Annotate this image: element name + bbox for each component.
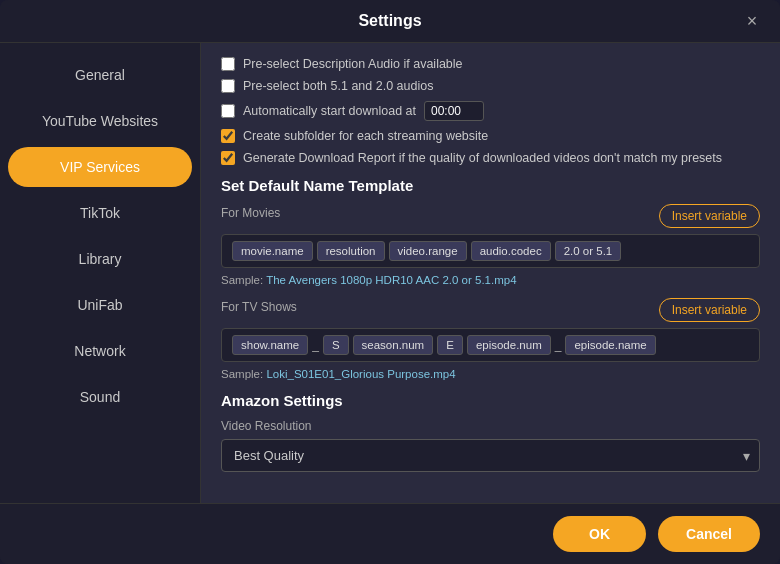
sidebar-item-unifab[interactable]: UniFab bbox=[8, 285, 192, 325]
gen-report-checkbox[interactable] bbox=[221, 151, 235, 165]
movies-sample-value: The Avengers 1080p HDR10 AAC 2.0 or 5.1.… bbox=[266, 274, 516, 286]
tag-video-range[interactable]: video.range bbox=[389, 241, 467, 261]
auto-start-label: Automatically start download at bbox=[243, 104, 416, 118]
for-movies-label: For Movies bbox=[221, 206, 280, 220]
tag-show-name[interactable]: show.name bbox=[232, 335, 308, 355]
checkbox-row-auto-start: Automatically start download at bbox=[221, 101, 760, 121]
pre-select-both-checkbox[interactable] bbox=[221, 79, 235, 93]
video-resolution-label: Video Resolution bbox=[221, 419, 760, 433]
create-subfolder-checkbox[interactable] bbox=[221, 129, 235, 143]
sep-2: _ bbox=[555, 338, 562, 352]
auto-start-time-input[interactable] bbox=[424, 101, 484, 121]
close-button[interactable]: × bbox=[740, 9, 764, 33]
pre-select-both-label: Pre-select both 5.1 and 2.0 audios bbox=[243, 79, 433, 93]
video-resolution-select[interactable]: Best Quality 1080p 720p 480p bbox=[221, 439, 760, 472]
sidebar: General YouTube Websites VIP Services Ti… bbox=[0, 43, 200, 503]
sidebar-item-youtube-websites[interactable]: YouTube Websites bbox=[8, 101, 192, 141]
main-content: Pre-select Description Audio if availabl… bbox=[200, 43, 780, 503]
for-tv-shows-row: For TV Shows Insert variable bbox=[221, 298, 760, 322]
dialog-footer: OK Cancel bbox=[0, 503, 780, 564]
dialog-title: Settings bbox=[358, 12, 421, 30]
checkbox-row-pre-select-desc: Pre-select Description Audio if availabl… bbox=[221, 57, 760, 71]
amazon-settings-title: Amazon Settings bbox=[221, 392, 760, 409]
pre-select-desc-checkbox[interactable] bbox=[221, 57, 235, 71]
tag-e[interactable]: E bbox=[437, 335, 463, 355]
sep-1: _ bbox=[312, 338, 319, 352]
movies-template-tags: movie.name resolution video.range audio.… bbox=[221, 234, 760, 268]
tag-resolution[interactable]: resolution bbox=[317, 241, 385, 261]
auto-start-checkbox[interactable] bbox=[221, 104, 235, 118]
checkbox-row-pre-select-both: Pre-select both 5.1 and 2.0 audios bbox=[221, 79, 760, 93]
sidebar-item-sound[interactable]: Sound bbox=[8, 377, 192, 417]
tv-template-tags: show.name _ S season.num E episode.num _… bbox=[221, 328, 760, 362]
tag-movie-name[interactable]: movie.name bbox=[232, 241, 313, 261]
ok-button[interactable]: OK bbox=[553, 516, 646, 552]
sidebar-item-network[interactable]: Network bbox=[8, 331, 192, 371]
checkbox-row-create-subfolder: Create subfolder for each streaming webs… bbox=[221, 129, 760, 143]
insert-variable-movies-button[interactable]: Insert variable bbox=[659, 204, 760, 228]
tag-s[interactable]: S bbox=[323, 335, 349, 355]
dialog-content: General YouTube Websites VIP Services Ti… bbox=[0, 43, 780, 503]
tv-sample-value: Loki_S01E01_Glorious Purpose.mp4 bbox=[266, 368, 455, 380]
sidebar-item-library[interactable]: Library bbox=[8, 239, 192, 279]
title-bar: Settings × bbox=[0, 0, 780, 43]
tag-season-num[interactable]: season.num bbox=[353, 335, 434, 355]
create-subfolder-label: Create subfolder for each streaming webs… bbox=[243, 129, 488, 143]
tv-sample: Sample: Loki_S01E01_Glorious Purpose.mp4 bbox=[221, 368, 760, 380]
tag-audio-mix[interactable]: 2.0 or 5.1 bbox=[555, 241, 622, 261]
sidebar-item-tiktok[interactable]: TikTok bbox=[8, 193, 192, 233]
video-resolution-wrapper: Best Quality 1080p 720p 480p ▾ bbox=[221, 439, 760, 472]
insert-variable-tv-button[interactable]: Insert variable bbox=[659, 298, 760, 322]
checkbox-row-gen-report: Generate Download Report if the quality … bbox=[221, 151, 760, 165]
pre-select-desc-label: Pre-select Description Audio if availabl… bbox=[243, 57, 463, 71]
tag-audio-codec[interactable]: audio.codec bbox=[471, 241, 551, 261]
for-tv-shows-label: For TV Shows bbox=[221, 300, 297, 314]
settings-dialog: Settings × General YouTube Websites VIP … bbox=[0, 0, 780, 564]
for-movies-row: For Movies Insert variable bbox=[221, 204, 760, 228]
cancel-button[interactable]: Cancel bbox=[658, 516, 760, 552]
movies-sample: Sample: The Avengers 1080p HDR10 AAC 2.0… bbox=[221, 274, 760, 286]
sidebar-item-vip-services[interactable]: VIP Services bbox=[8, 147, 192, 187]
tag-episode-name[interactable]: episode.name bbox=[565, 335, 655, 355]
set-default-name-template-title: Set Default Name Template bbox=[221, 177, 760, 194]
gen-report-label: Generate Download Report if the quality … bbox=[243, 151, 722, 165]
sidebar-item-general[interactable]: General bbox=[8, 55, 192, 95]
tag-episode-num[interactable]: episode.num bbox=[467, 335, 551, 355]
